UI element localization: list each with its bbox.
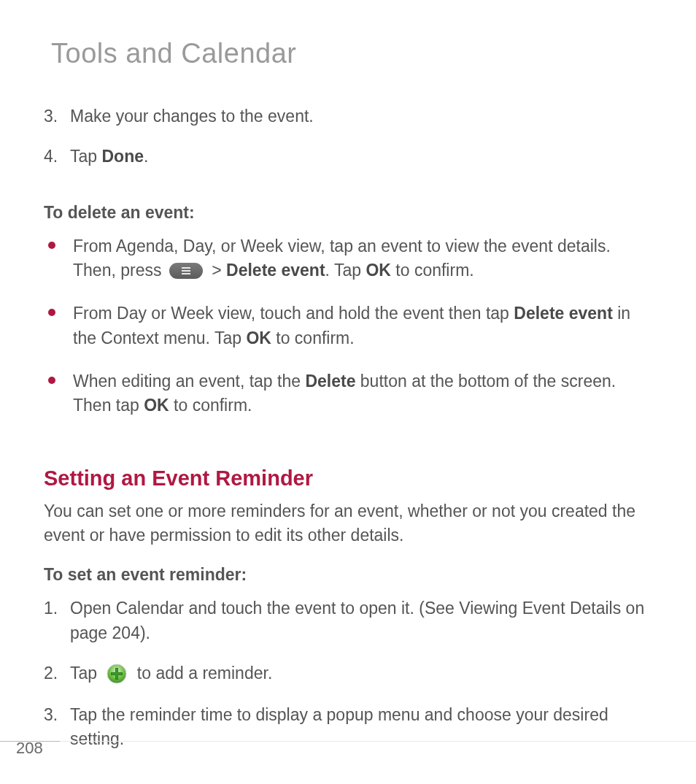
reminder-steps-list: Open Calendar and touch the event to ope… (44, 596, 652, 767)
reminder-intro: You can set one or more reminders for an… (44, 499, 652, 548)
page-number: 208 (16, 739, 43, 758)
manual-page: Tools and Calendar Make your changes to … (0, 0, 696, 784)
reminder-step-1: Open Calendar and touch the event to ope… (44, 596, 652, 661)
delete-event-bullets: From Agenda, Day, or Week view, tap an e… (44, 234, 652, 437)
menu-key-icon (169, 263, 203, 279)
step-text: Tap to add a reminder. (70, 664, 272, 683)
delete-event-heading: To delete an event: (44, 203, 652, 223)
step-3: Make your changes to the event. (44, 104, 652, 145)
set-reminder-heading: To set an event reminder: (44, 565, 652, 585)
reminder-step-2: Tap to add a reminder. (44, 661, 652, 702)
svg-rect-4 (112, 672, 123, 675)
step-text: Tap Done. (70, 147, 148, 166)
add-reminder-icon (106, 663, 128, 685)
reminder-step-3: Tap the reminder time to display a popup… (44, 703, 652, 768)
bullet-text: From Agenda, Day, or Week view, tap an e… (73, 237, 611, 280)
chapter-title: Tools and Calendar (51, 38, 652, 69)
bullet-item: From Day or Week view, touch and hold th… (44, 301, 652, 369)
step-text: Make your changes to the event. (70, 107, 314, 126)
footer-rule (60, 741, 696, 742)
bullet-text: From Day or Week view, touch and hold th… (73, 304, 630, 347)
steps-continued-list: Make your changes to the event. Tap Done… (44, 104, 652, 185)
bullet-text: When editing an event, tap the Delete bu… (73, 372, 616, 415)
section-title-reminder: Setting an Event Reminder (44, 466, 652, 491)
step-text: Open Calendar and touch the event to ope… (70, 599, 644, 642)
step-4: Tap Done. (44, 145, 652, 185)
bullet-item: When editing an event, tap the Delete bu… (44, 369, 652, 437)
bullet-item: From Agenda, Day, or Week view, tap an e… (44, 234, 652, 302)
